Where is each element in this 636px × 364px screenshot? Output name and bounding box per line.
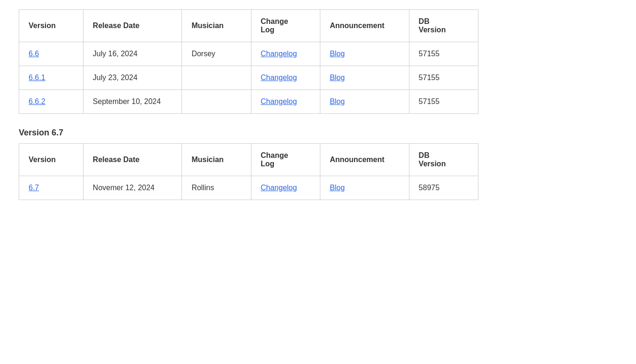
musician-cell: Dorsey [182,42,251,66]
changelog-link-662[interactable]: Changelog [261,97,297,105]
musician-cell [182,66,251,90]
version-cell: 6.6.1 [19,66,83,90]
col-header-release-date-66: Release Date [83,10,182,42]
changelog-cell: Changelog [251,42,320,66]
version-link-662[interactable]: 6.6.2 [29,97,45,105]
db-version-cell: 57155 [409,66,478,90]
version-cell: 6.6.2 [19,90,83,114]
col-header-version-67: Version [19,144,83,176]
table-row: 6.6.2 September 10, 2024 Changelog Blog … [19,90,478,114]
changelog-cell: Changelog [251,90,320,114]
announcement-cell: Blog [320,176,409,200]
blog-link-661[interactable]: Blog [330,74,345,82]
col-header-version-66: Version [19,10,83,42]
musician-cell [182,90,251,114]
db-version-cell: 57155 [409,90,478,114]
table-66-wrapper: Version Release Date Musician ChangeLog … [19,9,617,114]
version-cell: 6.6 [19,42,83,66]
version-link-661[interactable]: 6.6.1 [29,74,45,82]
changelog-link-67[interactable]: Changelog [261,184,297,192]
section-heading-67: Version 6.7 [19,128,617,138]
db-version-cell: 58975 [409,176,478,200]
version-link-66[interactable]: 6.6 [29,50,39,58]
col-header-db-version-66: DBVersion [409,10,478,42]
header-row-67: Version Release Date Musician ChangeLog … [19,144,478,176]
release-date-cell: Novemer 12, 2024 [83,176,182,200]
version-link-67[interactable]: 6.7 [29,184,39,192]
release-date-cell: September 10, 2024 [83,90,182,114]
page-container: Version Release Date Musician ChangeLog … [0,0,636,364]
announcement-cell: Blog [320,90,409,114]
release-date-cell: July 16, 2024 [83,42,182,66]
table-67: Version Release Date Musician ChangeLog … [19,143,478,200]
table-67-wrapper: Version Release Date Musician ChangeLog … [19,143,617,200]
col-header-db-version-67: DBVersion [409,144,478,176]
blog-link-662[interactable]: Blog [330,97,345,105]
announcement-cell: Blog [320,42,409,66]
version-cell: 6.7 [19,176,83,200]
col-header-changelog-66: ChangeLog [251,10,320,42]
blog-link-67[interactable]: Blog [330,184,345,192]
col-header-changelog-67: ChangeLog [251,144,320,176]
col-header-musician-67: Musician [182,144,251,176]
announcement-cell: Blog [320,66,409,90]
changelog-cell: Changelog [251,176,320,200]
col-header-release-date-67: Release Date [83,144,182,176]
changelog-link-661[interactable]: Changelog [261,74,297,82]
col-header-announcement-67: Announcement [320,144,409,176]
db-version-cell: 57155 [409,42,478,66]
col-header-musician-66: Musician [182,10,251,42]
musician-cell: Rollins [182,176,251,200]
table-66: Version Release Date Musician ChangeLog … [19,9,478,114]
col-header-announcement-66: Announcement [320,10,409,42]
header-row-66: Version Release Date Musician ChangeLog … [19,10,478,42]
release-date-cell: July 23, 2024 [83,66,182,90]
table-row: 6.6.1 July 23, 2024 Changelog Blog 57155 [19,66,478,90]
changelog-cell: Changelog [251,66,320,90]
blog-link-66[interactable]: Blog [330,50,345,58]
table-row: 6.6 July 16, 2024 Dorsey Changelog Blog … [19,42,478,66]
table-row: 6.7 Novemer 12, 2024 Rollins Changelog B… [19,176,478,200]
changelog-link-66[interactable]: Changelog [261,50,297,58]
